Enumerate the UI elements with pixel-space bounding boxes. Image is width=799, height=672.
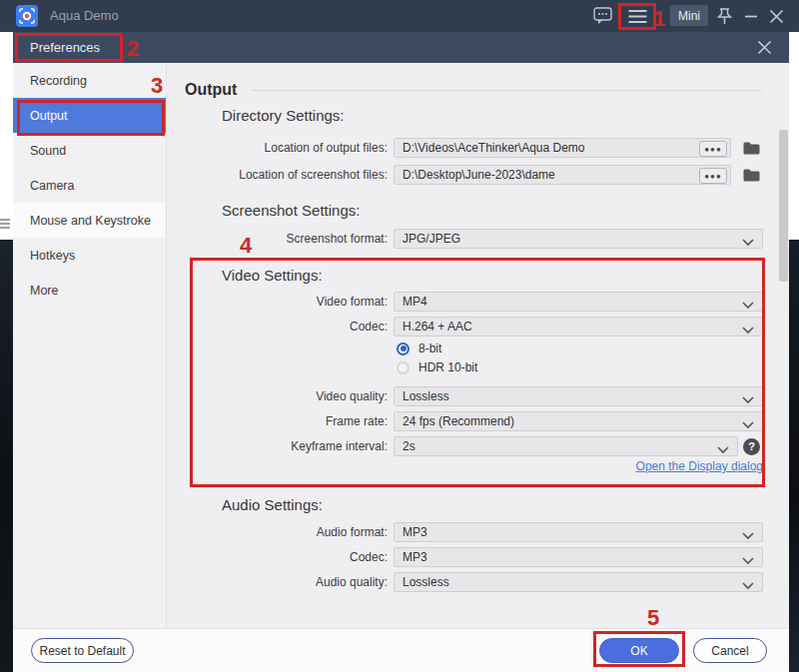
- screenshot-format-row: Screenshot format: JPG/JPEG: [167, 228, 763, 250]
- sidebar-item-label: Hotkeys: [30, 249, 75, 263]
- audio-quality-dropdown[interactable]: Lossless: [394, 572, 763, 592]
- frame-rate-row: Frame rate: 24 fps (Recommend): [167, 410, 763, 432]
- help-icon[interactable]: ?: [743, 438, 760, 455]
- video-codec-row: Codec: H.264 + AAC: [167, 316, 763, 337]
- radio-selected-icon[interactable]: [397, 342, 409, 355]
- sidebar-item-output[interactable]: Output: [13, 98, 166, 133]
- open-folder-icon[interactable]: [743, 167, 761, 183]
- video-format-row: Video format: MP4: [167, 291, 763, 313]
- audio-format-dropdown[interactable]: MP3: [394, 522, 763, 542]
- directory-settings-title: Directory Settings:: [222, 107, 345, 124]
- sidebar-item-label: Mouse and Keystroke: [30, 214, 151, 228]
- pin-icon[interactable]: [713, 0, 735, 32]
- output-location-row: Location of output files: D:\Videos\AceT…: [167, 137, 761, 159]
- chevron-down-icon: [742, 579, 754, 593]
- dropdown-value: 2s: [402, 439, 415, 453]
- close-icon[interactable]: [766, 0, 786, 32]
- dropdown-value: JPG/JPEG: [402, 232, 460, 246]
- output-location-input[interactable]: D:\Videos\AceThinker\Aqua Demo ●●●: [394, 138, 731, 158]
- sidebar-item-mouse-keystroke[interactable]: Mouse and Keystroke: [13, 203, 166, 238]
- audio-codec-dropdown[interactable]: MP3: [394, 547, 763, 567]
- app-logo-icon: [16, 5, 38, 27]
- audio-settings-title: Audio Settings:: [222, 496, 323, 513]
- video-quality-dropdown[interactable]: Lossless: [394, 386, 763, 406]
- sidebar-item-more[interactable]: More: [13, 273, 166, 308]
- chevron-down-icon: [717, 443, 729, 457]
- titlebar: Aqua Demo Mini: [0, 0, 799, 32]
- cancel-button[interactable]: Cancel: [693, 638, 767, 663]
- field-label: Video format:: [167, 295, 394, 309]
- audio-codec-row: Codec: MP3: [167, 546, 763, 568]
- screenshot-format-dropdown[interactable]: JPG/JPEG: [394, 229, 763, 249]
- scrollbar-thumb[interactable]: [779, 130, 788, 282]
- field-label: Frame rate:: [167, 414, 394, 428]
- menu-icon[interactable]: [621, 0, 653, 32]
- screenshot-location-input[interactable]: D:\Desktop\June-2023\dame ●●●: [394, 165, 731, 185]
- radio-unselected-icon[interactable]: [397, 361, 409, 374]
- chevron-down-icon: [742, 418, 754, 432]
- page-title: Output: [185, 81, 237, 99]
- dialog-header: Preferences: [13, 32, 789, 63]
- feedback-icon[interactable]: [591, 0, 615, 32]
- field-label: Audio quality:: [167, 575, 394, 589]
- bit-depth-option-8bit[interactable]: 8-bit: [397, 341, 441, 355]
- sidebar-item-label: Recording: [30, 74, 87, 88]
- app-window: Aqua Demo Mini Preferences: [0, 0, 799, 672]
- field-label: Keyframe interval:: [167, 439, 394, 453]
- ok-button[interactable]: OK: [599, 638, 679, 663]
- sidebar-item-hotkeys[interactable]: Hotkeys: [13, 238, 166, 273]
- open-display-dialog-link[interactable]: Open the Display dialog: [636, 459, 763, 473]
- heading-divider: [251, 90, 762, 91]
- audio-format-row: Audio format: MP3: [167, 521, 763, 543]
- minimize-icon[interactable]: [742, 0, 760, 32]
- frame-rate-dropdown[interactable]: 24 fps (Recommend): [394, 411, 763, 431]
- field-label: Video quality:: [167, 389, 394, 403]
- chevron-down-icon: [742, 236, 754, 250]
- output-settings-panel: Output Directory Settings: Location of o…: [167, 63, 789, 628]
- field-value: D:\Videos\AceThinker\Aqua Demo: [402, 141, 585, 155]
- field-label: Location of screenshot files:: [167, 168, 394, 182]
- sidebar-item-label: More: [30, 284, 58, 298]
- reset-to-default-button[interactable]: Reset to Default: [31, 638, 134, 663]
- video-format-dropdown[interactable]: MP4: [394, 292, 763, 312]
- video-codec-dropdown[interactable]: H.264 + AAC: [394, 317, 763, 336]
- sidebar-item-label: Sound: [30, 144, 66, 158]
- dropdown-value: H.264 + AAC: [402, 320, 472, 334]
- browse-button[interactable]: ●●●: [699, 168, 727, 184]
- dropdown-value: 24 fps (Recommend): [402, 414, 514, 428]
- radio-label: HDR 10-bit: [418, 360, 477, 374]
- screenshot-location-row: Location of screenshot files: D:\Desktop…: [167, 164, 761, 186]
- dropdown-value: MP4: [402, 295, 427, 309]
- video-settings-title: Video Settings:: [222, 267, 323, 284]
- preferences-sidebar: Recording Output Sound Camera Mouse and …: [13, 63, 167, 628]
- dropdown-value: Lossless: [402, 575, 449, 589]
- field-label: Screenshot format:: [167, 232, 394, 246]
- field-label: Audio format:: [167, 525, 394, 539]
- preferences-dialog: Preferences Recording Output Sound Camer…: [13, 32, 789, 672]
- field-label: Codec:: [167, 320, 394, 334]
- browse-button[interactable]: ●●●: [699, 141, 727, 157]
- dialog-title: Preferences: [30, 40, 100, 55]
- dialog-footer: Reset to Default OK Cancel: [13, 628, 789, 672]
- sidebar-item-sound[interactable]: Sound: [13, 133, 166, 168]
- field-label: Location of output files:: [167, 141, 394, 155]
- field-label: Codec:: [167, 550, 394, 564]
- chevron-down-icon: [742, 554, 754, 568]
- sidebar-item-camera[interactable]: Camera: [13, 168, 166, 203]
- open-folder-icon[interactable]: [743, 140, 761, 156]
- video-quality-row: Video quality: Lossless: [167, 385, 763, 407]
- sidebar-item-label: Output: [30, 109, 68, 123]
- background-list-icon: [0, 219, 10, 230]
- bit-depth-option-hdr10bit[interactable]: HDR 10-bit: [397, 360, 477, 374]
- dialog-close-icon[interactable]: [751, 32, 777, 63]
- sidebar-item-label: Camera: [30, 179, 74, 193]
- mini-button[interactable]: Mini: [670, 5, 708, 26]
- dropdown-value: Lossless: [402, 389, 449, 403]
- keyframe-interval-dropdown[interactable]: 2s: [394, 436, 738, 456]
- sidebar-item-recording[interactable]: Recording: [13, 63, 166, 98]
- chevron-down-icon: [742, 299, 754, 313]
- screenshot-settings-title: Screenshot Settings:: [222, 202, 360, 219]
- background-video-strip-left: [0, 240, 13, 672]
- chevron-down-icon: [742, 529, 754, 543]
- chevron-down-icon: [742, 393, 754, 407]
